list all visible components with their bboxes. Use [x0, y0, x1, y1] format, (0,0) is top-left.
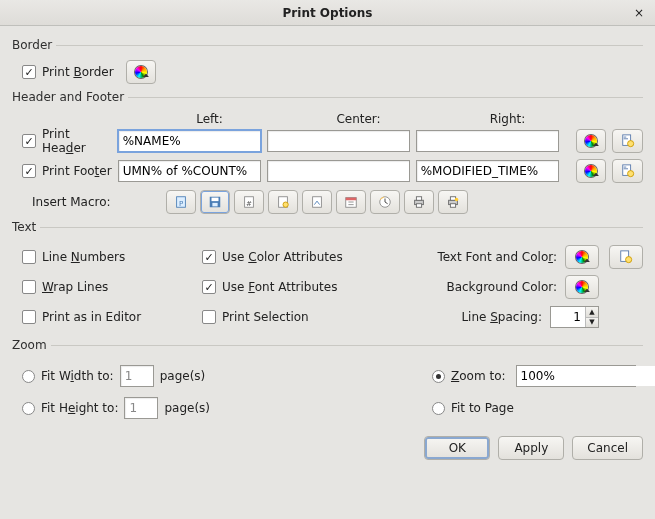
macro-printer-button[interactable]: [404, 190, 434, 214]
fit-width-pages-label: page(s): [160, 369, 206, 383]
svg-rect-25: [416, 204, 421, 208]
footer-right-input[interactable]: [416, 160, 559, 182]
text-font-color-button[interactable]: [565, 245, 599, 269]
fit-width-pages-input: [120, 365, 154, 387]
print-border-checkbox[interactable]: Print Border: [22, 65, 114, 79]
svg-point-29: [455, 198, 459, 202]
spinner-down-icon[interactable]: ▼: [586, 318, 598, 328]
svg-point-3: [627, 141, 633, 147]
print-selection-checkbox[interactable]: Print Selection: [202, 310, 309, 324]
zoom-section-header: Zoom: [12, 338, 643, 352]
fit-height-pages-input: [124, 397, 158, 419]
header-page-settings-button[interactable]: [612, 129, 643, 153]
hf-col-right-label: Right:: [436, 112, 579, 126]
svg-text:P: P: [179, 200, 183, 208]
use-font-attributes-checkbox[interactable]: Use Font Attributes: [202, 280, 337, 294]
hf-col-left-label: Left:: [138, 112, 281, 126]
line-spacing-input[interactable]: [551, 307, 585, 327]
insert-macro-label: Insert Macro:: [32, 195, 162, 209]
header-footer-section-header: Header and Footer: [12, 90, 643, 104]
svg-rect-28: [450, 204, 455, 208]
svg-rect-12: [212, 203, 217, 207]
apply-button[interactable]: Apply: [498, 436, 564, 460]
header-color-button[interactable]: [576, 129, 607, 153]
ok-button[interactable]: OK: [424, 436, 490, 460]
macro-clock-button[interactable]: [370, 190, 400, 214]
zoom-to-radio[interactable]: Zoom to:: [432, 369, 506, 383]
text-font-settings-button[interactable]: [609, 245, 643, 269]
hf-col-center-label: Center:: [287, 112, 430, 126]
fit-height-radio[interactable]: Fit Height to:: [22, 401, 118, 415]
svg-rect-1: [623, 137, 626, 138]
footer-color-button[interactable]: [576, 159, 607, 183]
line-spacing-spinner[interactable]: ▲▼: [550, 306, 599, 328]
svg-point-16: [283, 202, 288, 207]
macro-save-button[interactable]: [200, 190, 230, 214]
svg-rect-5: [623, 167, 626, 168]
fit-height-pages-label: page(s): [164, 401, 210, 415]
text-section-header: Text: [12, 220, 643, 234]
macro-hash-button[interactable]: #: [234, 190, 264, 214]
footer-left-input[interactable]: [118, 160, 261, 182]
close-icon[interactable]: ×: [631, 6, 647, 20]
macro-page-arrow-button[interactable]: [302, 190, 332, 214]
svg-rect-6: [623, 168, 627, 169]
footer-page-settings-button[interactable]: [612, 159, 643, 183]
header-left-input[interactable]: [118, 130, 261, 152]
use-color-attributes-checkbox[interactable]: Use Color Attributes: [202, 250, 343, 264]
titlebar: Print Options ×: [0, 0, 655, 26]
svg-rect-11: [212, 198, 219, 202]
zoom-to-combo[interactable]: ▼: [516, 365, 636, 387]
svg-rect-24: [416, 197, 421, 201]
background-color-label: Background Color:: [412, 280, 557, 294]
svg-point-31: [626, 257, 632, 263]
line-spacing-label: Line Spacing:: [412, 310, 542, 324]
svg-rect-19: [346, 198, 357, 201]
macro-calendar-button[interactable]: [336, 190, 366, 214]
macro-page-style-button[interactable]: [268, 190, 298, 214]
cancel-button[interactable]: Cancel: [572, 436, 643, 460]
line-numbers-checkbox[interactable]: Line Numbers: [22, 250, 125, 264]
fit-to-page-radio[interactable]: Fit to Page: [432, 401, 514, 415]
print-as-editor-checkbox[interactable]: Print as in Editor: [22, 310, 141, 324]
print-header-checkbox[interactable]: Print Header: [22, 127, 112, 155]
header-center-input[interactable]: [267, 130, 410, 152]
svg-rect-2: [623, 138, 627, 139]
footer-center-input[interactable]: [267, 160, 410, 182]
spinner-up-icon[interactable]: ▲: [586, 307, 598, 318]
fit-width-radio[interactable]: Fit Width to:: [22, 369, 114, 383]
macro-page-button[interactable]: P: [166, 190, 196, 214]
text-font-color-label: Text Font and Color:: [412, 250, 557, 264]
macro-printer-color-button[interactable]: [438, 190, 468, 214]
wrap-lines-checkbox[interactable]: Wrap Lines: [22, 280, 108, 294]
zoom-to-input[interactable]: [517, 366, 655, 386]
window-title: Print Options: [0, 6, 655, 20]
svg-rect-17: [313, 197, 322, 208]
svg-point-7: [627, 171, 633, 177]
svg-text:#: #: [246, 200, 252, 208]
header-right-input[interactable]: [416, 130, 559, 152]
border-section-header: Border: [12, 38, 643, 52]
print-footer-checkbox[interactable]: Print Footer: [22, 164, 112, 178]
background-color-button[interactable]: [565, 275, 599, 299]
border-color-button[interactable]: [126, 60, 156, 84]
